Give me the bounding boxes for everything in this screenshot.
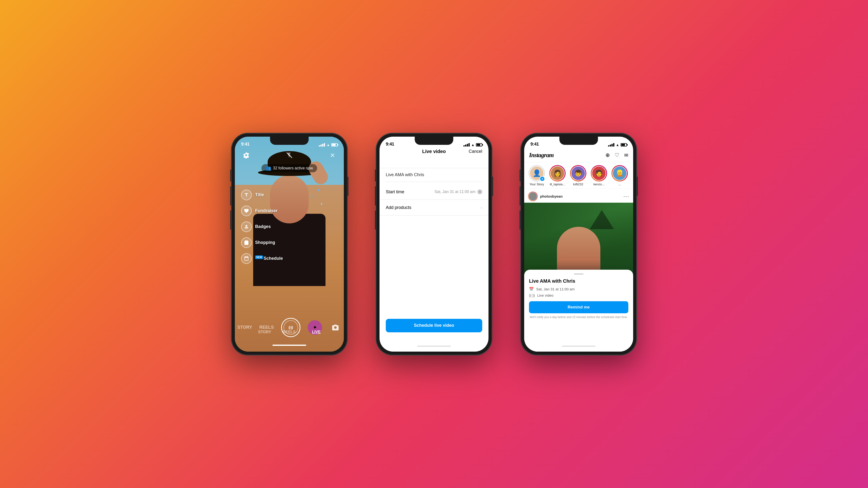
sheet-title: Live AMA with Chris — [529, 278, 628, 284]
menu-label-shopping: Shopping — [255, 240, 275, 245]
signal-icon-1 — [319, 143, 325, 147]
messages-icon[interactable]: ✉ — [624, 152, 628, 158]
remind-note-text: We'll notify you a day before and 15 min… — [529, 315, 628, 319]
side-menu: Title Fundraiser Badges — [241, 190, 283, 264]
notch-1 — [270, 137, 309, 145]
story-name-2: lil_lapisia... — [550, 183, 565, 186]
nav-label-story[interactable]: STORY — [258, 330, 271, 334]
story-item-3[interactable]: 👦 lofti232 — [569, 165, 587, 186]
story-avatar-emoji-5: 👱 — [616, 169, 623, 177]
instagram-header: Instagram ⊕ ♡ ✉ — [524, 149, 633, 162]
bottom-nav: STORY REELS ((·)) ✦ — [235, 318, 344, 337]
flash-icon[interactable] — [284, 150, 294, 160]
badges-menu-icon — [241, 222, 252, 232]
menu-item-schedule[interactable]: NEWSchedule — [241, 253, 283, 264]
stories-row: 👤 + Your Story 👩 — [524, 163, 633, 189]
sparkle-3: ✦ — [320, 202, 323, 206]
story-ring-2: 👩 — [549, 165, 566, 182]
notifications-icon[interactable]: ♡ — [615, 152, 619, 158]
followers-emoji: 👥 — [266, 166, 271, 171]
new-badge: NEW — [255, 255, 263, 259]
wifi-icon-3: ▲ — [616, 143, 619, 147]
story-name-3: lofti232 — [573, 183, 583, 186]
home-indicator-1 — [273, 345, 306, 346]
sheet-type-text: Live video — [537, 293, 554, 297]
nav-story[interactable]: STORY — [237, 325, 252, 330]
story-avatar-emoji-3: 👦 — [574, 169, 582, 177]
remind-me-button[interactable]: Remind me — [529, 301, 628, 313]
header-icons: ⊕ ♡ ✉ — [606, 152, 628, 158]
sparkle-2: ✦ — [311, 194, 313, 198]
your-story-emoji: 👤 — [533, 169, 541, 177]
nav-reels[interactable]: REELS — [259, 325, 274, 330]
story-item-2[interactable]: 👩 lil_lapisia... — [549, 165, 566, 186]
wifi-icon-1: ▲ — [327, 143, 330, 147]
nav-label-live[interactable]: LIVE — [312, 330, 321, 334]
live-title-value[interactable]: Live AMA with Chris — [386, 172, 424, 177]
sheet-date-text: Sat, Jan 31 at 11:00 am — [536, 287, 575, 291]
menu-item-shopping[interactable]: Shopping — [241, 237, 283, 248]
schedule-form-screen: 9:41 ▲ Live video Cancel — [379, 137, 489, 352]
live-button[interactable]: ((·)) — [281, 318, 301, 337]
settings-icon[interactable] — [241, 150, 251, 160]
signal-icon-3 — [608, 143, 614, 147]
story-avatar-emoji-4: 🧑 — [595, 169, 603, 177]
home-indicator-2 — [417, 346, 451, 347]
cancel-button[interactable]: Cancel — [469, 149, 482, 154]
phone-2: 9:41 ▲ Live video Cancel — [376, 133, 492, 355]
sheet-drag-handle[interactable] — [574, 273, 584, 274]
calendar-sheet-icon: 📅 — [529, 287, 534, 291]
sheet-type-row: ((·)) Live video — [529, 293, 628, 297]
menu-item-title[interactable]: Title — [241, 190, 283, 200]
post-author-avatar-img — [528, 192, 537, 201]
status-icons-3: ▲ — [608, 143, 627, 147]
battery-fill-2 — [477, 144, 480, 146]
nav-label-reels[interactable]: REELS — [283, 330, 296, 334]
status-time-1: 9:41 — [241, 142, 250, 147]
story-avatar-5: 👱 — [613, 166, 627, 181]
post-author-left: photosbyean — [528, 192, 562, 201]
clear-time-button[interactable]: ✕ — [477, 189, 482, 194]
live-title-field: Live AMA with Chris — [386, 168, 482, 182]
notch-2 — [415, 137, 453, 145]
start-time-value-row: Sat, Jan 31 at 11:00 am ✕ — [434, 189, 482, 194]
story-name-5: ... — [618, 183, 621, 186]
story-avatar-4: 🧑 — [592, 166, 606, 181]
schedule-menu-icon — [241, 253, 252, 264]
story-item-5[interactable]: 👱 ... — [611, 165, 628, 186]
menu-label-schedule: NEWSchedule — [255, 256, 283, 261]
schedule-btn-label: Schedule live video — [414, 323, 454, 328]
post-options-button[interactable]: ··· — [623, 193, 629, 199]
start-time-field[interactable]: Start time Sat, Jan 31 at 11:00 am ✕ — [379, 184, 489, 200]
battery-fill-3 — [621, 144, 625, 146]
remind-btn-label: Remind me — [567, 305, 590, 310]
add-products-field[interactable]: Add products › — [379, 200, 489, 216]
menu-label-title: Title — [255, 192, 264, 197]
menu-item-badges[interactable]: Badges — [241, 222, 283, 232]
phone-2-screen: 9:41 ▲ Live video Cancel — [379, 137, 489, 352]
live-btn-waves: ((·)) — [289, 326, 293, 329]
followers-badge: 👥 32 followers active now — [261, 164, 317, 172]
instagram-logo: Instagram — [529, 152, 554, 159]
post-author-avatar-ring — [528, 192, 538, 201]
post-author-name[interactable]: photosbyean — [540, 194, 562, 198]
your-story-avatar-wrapper: 👤 + — [528, 165, 545, 182]
add-content-icon[interactable]: ⊕ — [606, 152, 610, 158]
story-item-4[interactable]: 🧑 kenzo... — [590, 165, 608, 186]
add-story-button[interactable]: + — [539, 176, 545, 182]
story-avatar-emoji-2: 👩 — [554, 169, 561, 177]
battery-3 — [621, 143, 627, 147]
phone-1-screen: ✦ ✦ ✦ 9:41 ▲ — [235, 137, 344, 352]
close-icon[interactable] — [328, 150, 338, 160]
story-ring-4: 🧑 — [591, 165, 607, 182]
story-item-yours[interactable]: 👤 + Your Story — [528, 165, 546, 186]
menu-label-fundraiser: Fundraiser — [255, 208, 278, 213]
phones-container: ✦ ✦ ✦ 9:41 ▲ — [231, 133, 637, 355]
home-indicator-3 — [562, 346, 595, 347]
phone-3: 9:41 ▲ Instagram ⊕ — [521, 133, 637, 355]
instagram-feed-screen: 9:41 ▲ Instagram ⊕ — [524, 137, 633, 352]
live-video-sheet-icon: ((·)) — [529, 293, 535, 297]
schedule-live-video-button[interactable]: Schedule live video — [386, 319, 482, 332]
menu-item-fundraiser[interactable]: Fundraiser — [241, 205, 283, 216]
battery-2 — [476, 143, 482, 147]
